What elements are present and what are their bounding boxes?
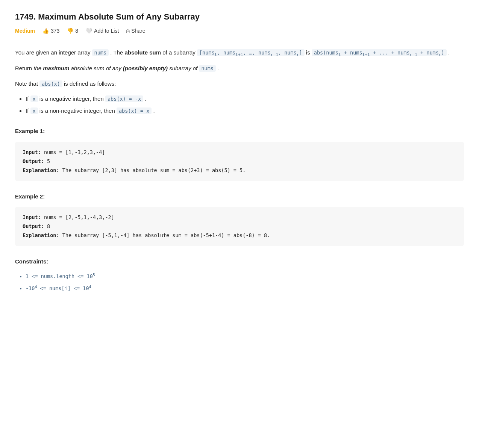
difficulty-badge: Medium: [15, 28, 35, 34]
example2-output-row: Output: 8: [23, 222, 456, 231]
example2-heading: Example 2:: [15, 192, 464, 201]
heart-icon: 🤍: [86, 28, 92, 34]
example2-input-row: Input: nums = [2,-5,1,-4,3,-2]: [23, 213, 456, 222]
constraints-list: 1 <= nums.length <= 105 -104 <= nums[i] …: [26, 272, 464, 293]
example1-output-row: Output: 5: [23, 157, 456, 166]
example2-explanation-row: Explanation: The subarray [-5,1,-4] has …: [23, 231, 456, 240]
meta-row: Medium 👍 373 👎 8 🤍 Add to List ⎙ Share: [15, 28, 464, 40]
description-paragraph-3: Note that abs(x) is defined as follows:: [15, 79, 464, 89]
example2-block: Input: nums = [2,-5,1,-4,3,-2] Output: 8…: [15, 207, 464, 246]
problem-description: You are given an integer array nums . Th…: [15, 48, 464, 293]
example1-input-row: Input: nums = [1,-3,2,3,-4]: [23, 148, 456, 157]
share-label: Share: [131, 28, 145, 34]
abs-formula: abs(numsl + numsl+1 + ... + numsr-1 + nu…: [312, 49, 447, 56]
constraint-2: -104 <= nums[i] <= 104: [26, 283, 464, 293]
description-paragraph-2: Return the maximum absolute sum of any (…: [15, 64, 464, 73]
upvote-button[interactable]: 👍 373: [42, 28, 59, 34]
add-to-list-label: Add to List: [94, 28, 119, 34]
downvote-count: 8: [75, 28, 78, 34]
example1-heading: Example 1:: [15, 126, 464, 136]
nums-code-2: nums: [199, 65, 216, 72]
share-button[interactable]: ⎙ Share: [126, 28, 145, 34]
thumbs-down-icon: 👎: [67, 28, 73, 34]
abs-bullet-2: If x is a non-negative integer, then abs…: [26, 106, 464, 116]
constraints-heading: Constraints:: [15, 257, 464, 266]
subarray-notation: [numsl, numsl+1, …, numsr-1, numsr]: [197, 49, 305, 56]
abs-bullet-1: If x is a negative integer, then abs(x) …: [26, 94, 464, 104]
description-paragraph-1: You are given an integer array nums . Th…: [15, 48, 464, 58]
problem-title: 1749. Maximum Absolute Sum of Any Subarr…: [15, 12, 464, 22]
upvote-count: 373: [51, 28, 59, 34]
example1-explanation-row: Explanation: The subarray [2,3] has abso…: [23, 166, 456, 175]
constraint-1: 1 <= nums.length <= 105: [26, 272, 464, 281]
share-icon: ⎙: [126, 28, 129, 34]
downvote-button[interactable]: 👎 8: [67, 28, 78, 34]
nums-code-1: nums: [92, 49, 109, 56]
thumbs-up-icon: 👍: [42, 28, 49, 34]
abs-x-code: abs(x): [39, 80, 62, 87]
example1-block: Input: nums = [1,-3,2,3,-4] Output: 5 Ex…: [15, 142, 464, 181]
abs-definition-list: If x is a negative integer, then abs(x) …: [26, 94, 464, 116]
add-to-list-button[interactable]: 🤍 Add to List: [86, 28, 119, 34]
